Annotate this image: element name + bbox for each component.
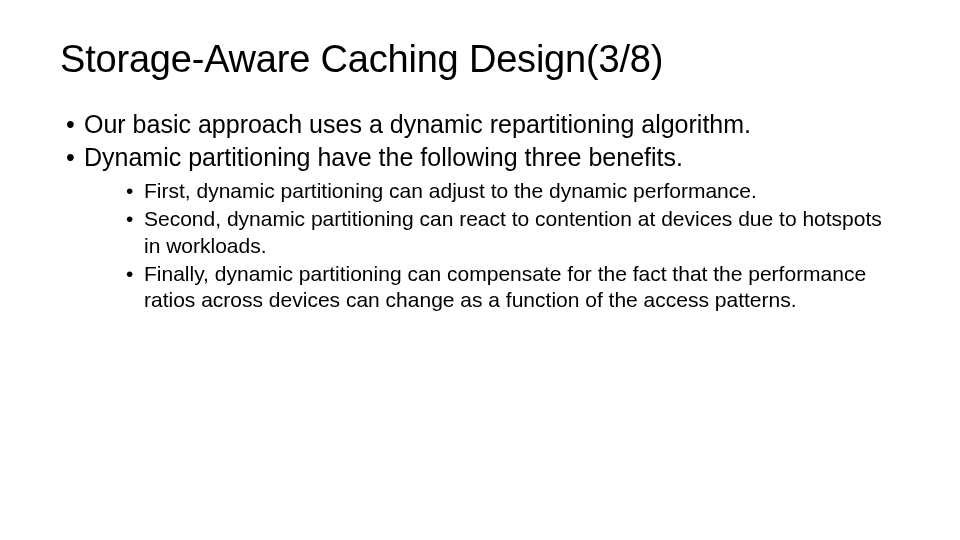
bullet-item: Our basic approach uses a dynamic repart… [66, 109, 900, 140]
sub-bullet-list: First, dynamic partitioning can adjust t… [84, 178, 900, 313]
sub-bullet-item: Finally, dynamic partitioning can compen… [126, 261, 884, 314]
sub-bullet-item: Second, dynamic partitioning can react t… [126, 206, 884, 259]
slide: Storage-Aware Caching Design(3/8) Our ba… [0, 0, 960, 540]
bullet-item: Dynamic partitioning have the following … [66, 142, 900, 314]
bullet-list: Our basic approach uses a dynamic repart… [60, 109, 900, 313]
bullet-text: Dynamic partitioning have the following … [84, 143, 683, 171]
sub-bullet-item: First, dynamic partitioning can adjust t… [126, 178, 884, 204]
slide-title: Storage-Aware Caching Design(3/8) [60, 38, 900, 81]
